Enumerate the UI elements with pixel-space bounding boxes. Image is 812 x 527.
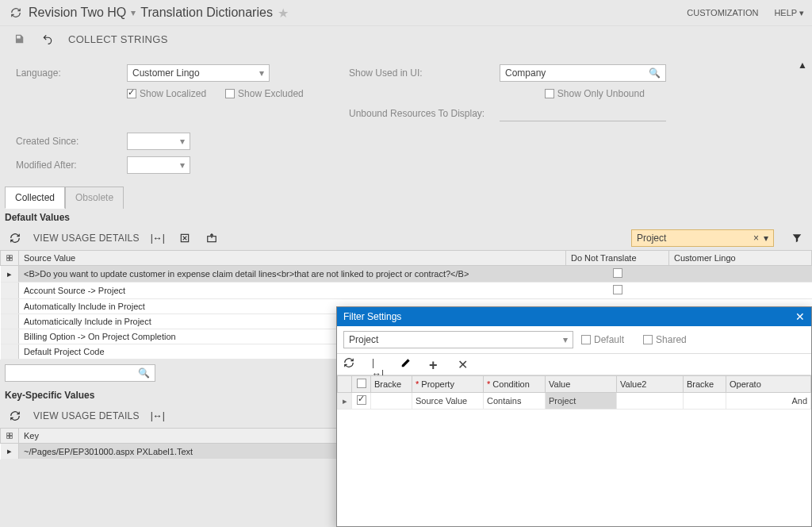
- row-checkbox[interactable]: [357, 395, 366, 405]
- modified-after-input[interactable]: ▾: [127, 156, 190, 174]
- dnt-checkbox[interactable]: [613, 285, 622, 294]
- search-icon[interactable]: 🔍: [649, 67, 661, 79]
- view-usage-details-button[interactable]: VIEW USAGE DETAILS: [33, 233, 140, 244]
- svg-rect-2: [7, 256, 10, 258]
- language-label: Language:: [16, 67, 119, 79]
- clear-filter-icon[interactable]: ×: [753, 233, 759, 244]
- fit-columns-icon[interactable]: |↔|: [372, 357, 386, 371]
- filter-settings-dialog: Filter Settings ✕ Project▾ Default Share…: [336, 306, 812, 527]
- grid1-toolbar: VIEW USAGE DETAILS |↔| Project ×▾: [0, 226, 812, 250]
- undo-icon[interactable]: [40, 31, 56, 47]
- filter-rows-grid: Bracke Property Condition Value Value2 B…: [337, 375, 811, 410]
- help-link[interactable]: HELP ▾: [774, 8, 804, 18]
- dnt-checkbox[interactable]: [613, 268, 622, 278]
- col-condition[interactable]: Condition: [484, 376, 546, 393]
- add-row-icon[interactable]: +: [429, 357, 443, 371]
- unbound-input[interactable]: [500, 106, 666, 121]
- language-select[interactable]: Customer Lingo▾: [127, 64, 270, 82]
- export-icon[interactable]: [176, 229, 193, 247]
- default-checkbox[interactable]: Default: [581, 334, 624, 345]
- filter-form: ▲ Language: Customer Lingo▾ Show Used in…: [0, 58, 812, 187]
- shared-checkbox[interactable]: Shared: [643, 334, 687, 345]
- col-bracket-open[interactable]: Bracke: [371, 376, 412, 393]
- collapse-triangle-icon[interactable]: ▲: [798, 60, 807, 71]
- grid-corner[interactable]: [1, 251, 19, 266]
- filter-funnel-icon[interactable]: [788, 229, 806, 247]
- svg-rect-9: [10, 436, 12, 438]
- svg-rect-6: [7, 433, 10, 436]
- search-icon[interactable]: 🔍: [138, 367, 150, 379]
- show-used-label: Show Used in UI:: [349, 67, 492, 79]
- col-do-not-translate[interactable]: Do Not Translate: [566, 251, 669, 266]
- refresh-grid-icon[interactable]: [6, 407, 24, 425]
- select-all-checkbox[interactable]: [357, 379, 366, 388]
- col-operator[interactable]: Operato: [726, 376, 811, 393]
- fit-columns-icon[interactable]: |↔|: [149, 229, 167, 247]
- dialog-toolbar: |↔| + ✕: [337, 354, 811, 375]
- table-row[interactable]: Account Source -> Project: [1, 283, 812, 299]
- svg-rect-8: [7, 436, 10, 438]
- view-usage-details-button[interactable]: VIEW USAGE DETAILS: [33, 410, 140, 421]
- col-value[interactable]: Value: [546, 376, 617, 393]
- chevron-down-icon[interactable]: ▾: [764, 233, 768, 244]
- chevron-down-icon[interactable]: ▾: [131, 7, 136, 18]
- close-icon[interactable]: ✕: [795, 310, 805, 323]
- created-since-label: Created Since:: [16, 136, 119, 147]
- save-icon[interactable]: [11, 31, 27, 47]
- edit-icon[interactable]: [400, 357, 415, 371]
- created-since-input[interactable]: ▾: [127, 133, 190, 150]
- collect-strings-button[interactable]: COLLECT STRINGS: [68, 33, 168, 45]
- page-title: Translation Dictionaries: [140, 6, 273, 20]
- show-used-input[interactable]: Company🔍: [500, 64, 666, 82]
- tab-obsolete[interactable]: Obsolete: [65, 187, 124, 209]
- upload-icon[interactable]: [203, 229, 220, 247]
- favorite-star-icon[interactable]: ★: [278, 6, 289, 21]
- grid1-search-input[interactable]: 🔍: [5, 364, 155, 382]
- delete-row-icon[interactable]: ✕: [458, 357, 472, 371]
- filter-name-select[interactable]: Project▾: [343, 331, 573, 348]
- main-toolbar: COLLECT STRINGS: [0, 26, 812, 58]
- customization-link[interactable]: CUSTOMIZATION: [687, 8, 758, 18]
- default-values-title: Default Values: [0, 209, 812, 226]
- svg-rect-3: [10, 256, 12, 258]
- top-bar: Revision Two HQ ▾ Translation Dictionari…: [0, 0, 812, 26]
- col-property[interactable]: Property: [412, 376, 484, 393]
- table-row[interactable]: ▸<B>Do you want to update customer in ex…: [1, 266, 812, 283]
- refresh-icon[interactable]: [8, 5, 24, 21]
- tab-collected[interactable]: Collected: [5, 187, 65, 209]
- svg-rect-7: [10, 433, 12, 436]
- refresh-icon[interactable]: [343, 357, 358, 371]
- grid-corner[interactable]: [1, 429, 19, 444]
- svg-rect-4: [7, 258, 10, 260]
- company-name[interactable]: Revision Two HQ: [29, 6, 126, 20]
- grid-filter-chip[interactable]: Project ×▾: [631, 229, 774, 247]
- col-source-value[interactable]: Source Value: [19, 251, 566, 266]
- show-excluded-checkbox[interactable]: Show Excluded: [225, 88, 304, 99]
- col-bracket-close[interactable]: Bracke: [684, 376, 726, 393]
- modified-after-label: Modified After:: [16, 160, 119, 171]
- show-only-unbound-checkbox[interactable]: Show Only Unbound: [545, 88, 645, 99]
- col-customer-lingo[interactable]: Customer Lingo: [669, 251, 812, 266]
- svg-rect-5: [10, 258, 12, 260]
- filter-row[interactable]: ▸ Source Value Contains Project And: [338, 393, 811, 410]
- show-localized-checkbox[interactable]: Show Localized: [127, 88, 206, 99]
- main-tabs: Collected Obsolete: [0, 187, 812, 209]
- unbound-label: Unbound Resources To Display:: [349, 108, 492, 119]
- refresh-grid-icon[interactable]: [6, 229, 24, 247]
- col-value2[interactable]: Value2: [617, 376, 684, 393]
- dialog-title: Filter Settings: [343, 311, 401, 322]
- fit-columns-icon[interactable]: |↔|: [149, 407, 167, 425]
